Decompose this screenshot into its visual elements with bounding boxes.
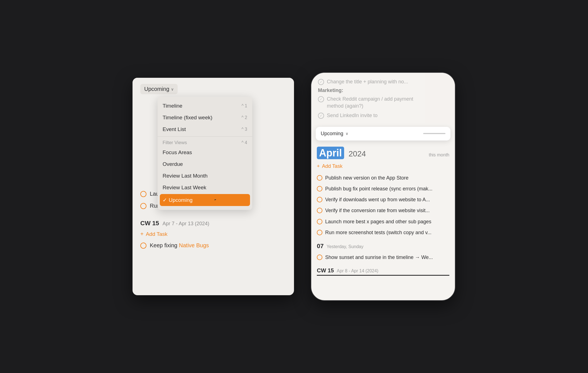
- plus-icon: +: [140, 231, 144, 237]
- completed-item-2: Send LinkedIn invite to: [318, 112, 448, 119]
- menu-item-timeline-fixed[interactable]: Timeline (fixed week) ^ 2: [158, 112, 252, 123]
- phone-task-text-4: Launch more best x pages and other sub p…: [325, 218, 431, 225]
- date-num: 07: [317, 243, 324, 250]
- completed-text-reddit: Check Reddit campaign / add paymentmetho…: [327, 96, 413, 110]
- filter-views-label: Filter Views: [163, 140, 187, 146]
- add-task-button[interactable]: + Add Task: [140, 229, 168, 239]
- screen: Upcoming ∨ Timeline ^ 1 Timeline (fixed …: [0, 0, 588, 373]
- native-bugs-text: Native Bugs: [179, 242, 209, 248]
- phone-top-blur: Change the title + planning with no... M…: [311, 73, 455, 125]
- right-panel: Change the title + planning with no... M…: [311, 72, 455, 301]
- left-dropdown-trigger[interactable]: Upcoming ∨: [140, 84, 178, 94]
- date-label: Yesterday, Sunday: [327, 244, 364, 249]
- menu-item-event-list-label: Event List: [163, 126, 186, 132]
- phone-content: Change the title + planning with no... M…: [311, 73, 455, 300]
- phone-task-circle-2: [317, 197, 322, 202]
- year-text: 2024: [349, 149, 366, 158]
- month-highlight: April: [317, 147, 344, 159]
- phone-add-task-button[interactable]: + Add Task: [317, 162, 449, 173]
- month-header: April 2024 this month: [317, 143, 449, 162]
- check-circle-0: [318, 79, 324, 85]
- phone-dropdown-line: [423, 133, 445, 134]
- left-dropdown-label: Upcoming: [144, 86, 169, 92]
- phone-task-5: Run more screenshot tests (switch copy a…: [317, 227, 449, 238]
- month-title-group: April 2024: [317, 147, 366, 159]
- add-task-label: Add Task: [146, 231, 168, 237]
- this-month-badge: this month: [429, 152, 449, 158]
- focus-areas-label: Focus Areas: [163, 149, 192, 156]
- keep-fixing-text: Keep fixing Native Bugs: [150, 242, 209, 249]
- dropdown-menu: Timeline ^ 1 Timeline (fixed week) ^ 2 E…: [158, 97, 252, 210]
- timeline-fixed-shortcut: ^ 2: [241, 115, 247, 120]
- filter-views-header: Filter Views ^ 4: [158, 138, 252, 147]
- cw-bar-label: CW 15: [317, 267, 334, 273]
- phone-task-circle-1: [317, 186, 322, 192]
- menu-item-review-last-month[interactable]: Review Last Month: [158, 170, 252, 182]
- cw-bar: CW 15 Apr 8 - Apr 14 (2024): [317, 267, 449, 276]
- menu-item-timeline[interactable]: Timeline ^ 1: [158, 100, 252, 112]
- phone-task-circle-4: [317, 219, 322, 224]
- menu-item-timeline-label: Timeline: [163, 103, 182, 109]
- phone-dropdown: Upcoming ∨: [316, 127, 450, 141]
- phone-task-0: Publish new version on the App Store: [317, 173, 449, 183]
- menu-item-focus-areas[interactable]: Focus Areas: [158, 147, 252, 158]
- menu-item-review-last-week[interactable]: Review Last Week: [158, 182, 252, 193]
- phone-add-task-label: Add Task: [322, 163, 343, 169]
- task-circle-keep: [140, 243, 146, 249]
- phone-task-date: Show sunset and sunrise in the timeline …: [317, 252, 449, 263]
- timeline-shortcut: ^ 1: [242, 103, 247, 108]
- completed-item-1: Check Reddit campaign / add paymentmetho…: [318, 96, 448, 110]
- phone-task-text-5: Run more screenshot tests (switch copy a…: [325, 229, 432, 236]
- chevron-down-icon: ∨: [171, 87, 174, 91]
- upcoming-label-wrapper: ✓ Upcoming: [163, 197, 193, 203]
- left-panel: Upcoming ∨ Timeline ^ 1 Timeline (fixed …: [133, 78, 294, 295]
- phone-task-text-0: Publish new version on the App Store: [325, 175, 408, 181]
- phone-task-1: Publish bug fix point release (sync erro…: [317, 183, 449, 194]
- cw-bar-date: Apr 8 - Apr 14 (2024): [337, 268, 378, 273]
- completed-item-0: Change the title + planning with no...: [318, 78, 448, 85]
- filter-views-shortcut: ^ 4: [241, 140, 247, 145]
- phone-task-circle-date: [317, 255, 322, 260]
- task-item-keep-fixing: Keep fixing Native Bugs: [140, 239, 286, 251]
- phone-main: April 2024 this month + Add Task Publish…: [311, 143, 455, 276]
- review-last-month-label: Review Last Month: [163, 173, 208, 179]
- check-circle-1: [318, 96, 324, 102]
- menu-item-timeline-fixed-label: Timeline (fixed week): [163, 115, 212, 121]
- panel-header: Upcoming ∨: [133, 78, 294, 99]
- phone-plus-icon: +: [317, 163, 320, 169]
- menu-item-event-list[interactable]: Event List ^ 3: [158, 123, 252, 135]
- check-circle-2: [318, 113, 324, 119]
- cw-section-header: CW 15 Apr 7 - Apr 13 (2024): [140, 220, 286, 227]
- menu-item-overdue[interactable]: Overdue: [158, 158, 252, 170]
- phone-task-text-date: Show sunset and sunrise in the timeline …: [325, 254, 433, 261]
- event-list-shortcut: ^ 3: [241, 127, 247, 132]
- upcoming-label: Upcoming: [169, 197, 193, 203]
- menu-item-upcoming[interactable]: ✓ Upcoming: [160, 194, 250, 206]
- cw-date: Apr 7 - Apr 13 (2024): [163, 221, 209, 226]
- completed-text-title-change: Change the title + planning with no...: [327, 78, 408, 85]
- phone-task-circle-3: [317, 208, 322, 213]
- phone-dropdown-trigger[interactable]: Upcoming ∨: [321, 131, 445, 137]
- task-circle-2: [140, 203, 146, 209]
- phone-task-text-2: Verify if downloads went up from website…: [325, 196, 430, 203]
- arrow-up-icon: ^: [242, 103, 244, 108]
- review-last-week-label: Review Last Week: [163, 185, 206, 191]
- phone-task-text-3: Verify if the conversion rate from websi…: [325, 207, 430, 214]
- phone-task-4: Launch more best x pages and other sub p…: [317, 216, 449, 227]
- phone-task-circle-0: [317, 175, 322, 181]
- dropdown-section-filters: Filter Views ^ 4 Focus Areas Overdue Rev…: [158, 137, 252, 208]
- phone-task-2: Verify if downloads went up from website…: [317, 194, 449, 205]
- dropdown-section-views: Timeline ^ 1 Timeline (fixed week) ^ 2 E…: [158, 99, 252, 137]
- checkmark-icon: ✓: [163, 197, 167, 203]
- phone-chevron-icon: ∨: [346, 131, 348, 136]
- overdue-label: Overdue: [163, 161, 183, 167]
- cw-label: CW 15: [140, 220, 159, 227]
- marketing-label: Marketing:: [318, 88, 448, 93]
- phone-task-text-1: Publish bug fix point release (sync erro…: [325, 185, 432, 192]
- phone-dropdown-label: Upcoming: [321, 131, 343, 137]
- phone-task-circle-5: [317, 230, 322, 235]
- month-title: April 2024: [317, 147, 366, 159]
- completed-text-linkedin: Send LinkedIn invite to: [327, 112, 378, 119]
- phone-task-3: Verify if the conversion rate from websi…: [317, 205, 449, 216]
- date-separator: 07 Yesterday, Sunday: [317, 243, 449, 250]
